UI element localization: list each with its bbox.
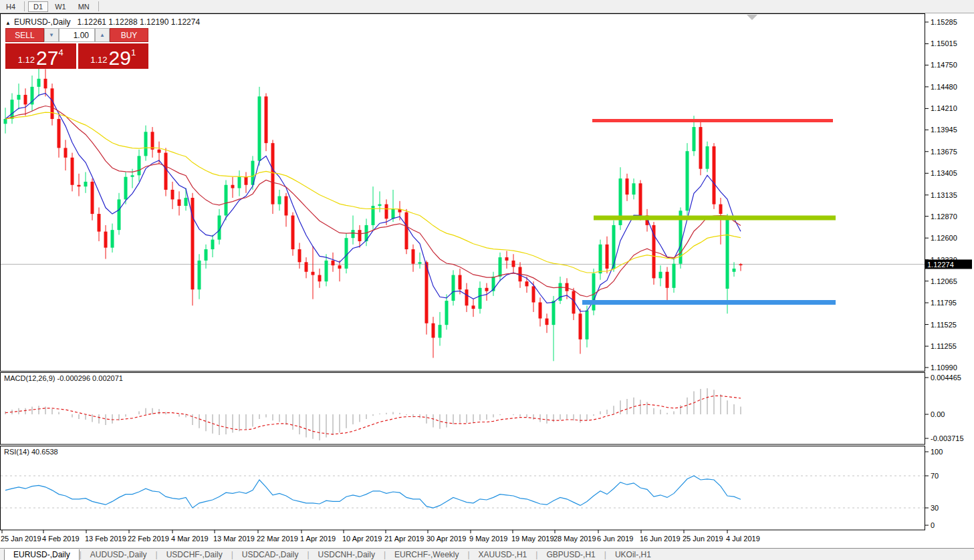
candle-body: [626, 178, 629, 194]
candle-body: [432, 323, 435, 338]
price-axis-label: 1.12600: [931, 234, 957, 242]
candle-body: [358, 230, 362, 241]
price-axis-label: 1.12065: [931, 277, 957, 285]
price-axis-label: 1.11255: [931, 342, 957, 350]
buy-button[interactable]: BUY: [110, 28, 148, 42]
candle-body: [505, 257, 509, 261]
candle-body: [719, 204, 723, 214]
date-axis-label: 21 Apr 2019: [384, 535, 424, 543]
date-axis-label: 30 Apr 2019: [427, 535, 466, 543]
candle-body: [512, 261, 515, 267]
candle-body: [78, 185, 81, 186]
price-axis-label: 1.11525: [931, 321, 957, 329]
tab-ukoil-h1[interactable]: UKOil-,H1: [606, 549, 660, 560]
volume-increase-button[interactable]: ▲: [95, 28, 110, 42]
candle-body: [673, 264, 676, 288]
candle-body: [205, 249, 208, 261]
date-axis-label: 4 Mar 2019: [171, 535, 209, 543]
tab-usdcad-daily[interactable]: USDCAD-,Daily: [233, 549, 308, 560]
macd-signal-value: 0.002071: [92, 374, 123, 382]
candle-body: [325, 261, 328, 281]
date-axis-label: 25 Jan 2019: [1, 535, 41, 543]
rsi-axis-label: 30: [931, 504, 939, 512]
tab-eurusd-daily[interactable]: EURUSD-,Daily: [4, 549, 80, 560]
volume-input[interactable]: [59, 28, 95, 42]
candle-body: [545, 319, 549, 325]
tab-eurchf-weekly[interactable]: EURCHF-,Weekly: [386, 549, 467, 560]
candle-body: [532, 286, 535, 302]
candle-body: [11, 100, 14, 119]
candle-body: [258, 96, 261, 160]
one-click-trade-panel: SELL ▼ ▲ BUY 1.12 27 4 1.12 29 1: [5, 28, 148, 69]
price-axis-label: 1.12870: [931, 213, 957, 221]
candle-body: [211, 240, 215, 249]
candle-body: [84, 182, 88, 186]
price-axis-label: 1.14480: [931, 83, 957, 91]
sell-price-box[interactable]: 1.12 27 4: [5, 43, 76, 69]
date-axis-label: 4 Jul 2019: [726, 535, 760, 543]
candle-body: [278, 196, 281, 204]
autoscroll-marker-icon: [747, 15, 757, 20]
candle-body: [71, 158, 74, 185]
tab-audusd-daily[interactable]: AUDUSD-,Daily: [82, 549, 156, 560]
price-axis-label: 1.14750: [931, 61, 957, 69]
buy-price-box[interactable]: 1.12 29 1: [78, 43, 149, 69]
candle-body: [485, 288, 489, 291]
candle-body: [352, 230, 355, 238]
macd-name: MACD(12,26,9): [4, 374, 55, 382]
candle-body: [231, 185, 235, 188]
candle-body: [271, 143, 275, 204]
volume-decrease-button[interactable]: ▼: [44, 28, 59, 42]
candle-body: [459, 275, 462, 290]
candle-body: [733, 269, 736, 272]
candle-body: [659, 272, 662, 279]
rsi-axis-label: 0: [931, 521, 935, 529]
candle-body: [479, 288, 482, 309]
candle-body: [405, 213, 408, 249]
tab-gbpusd-h1[interactable]: GBPUSD-,H1: [537, 549, 604, 560]
tab-xauusd-h1[interactable]: XAUUSD-,H1: [470, 549, 536, 560]
candle-body: [178, 199, 181, 206]
date-axis-label: 28 May 2019: [554, 535, 596, 543]
candle-body: [699, 127, 703, 169]
chart-symbol-label: EURUSD-,Daily: [14, 17, 71, 27]
date-axis-label: 9 May 2019: [469, 535, 507, 543]
candle-body: [592, 273, 596, 310]
candle-body: [639, 183, 642, 215]
candle-body: [17, 95, 21, 100]
candle-body: [91, 182, 94, 214]
candle-body: [225, 185, 228, 216]
candle-body: [439, 325, 442, 337]
candle-body: [525, 281, 529, 286]
candle-body: [98, 214, 101, 231]
date-axis-label: 22 Feb 2019: [128, 535, 169, 543]
date-axis-label: 13 Mar 2019: [213, 535, 255, 543]
macd-label: MACD(12,26,9) -0.000296 0.002071: [4, 374, 123, 382]
tab-usdcnh-daily[interactable]: USDCNH-,Daily: [310, 549, 384, 560]
buy-price-digits: 29: [109, 49, 131, 67]
macd-axis-label: 0.004465: [931, 374, 961, 382]
macd-main-value: -0.000296: [57, 374, 90, 382]
chart-canvas[interactable]: 1.152851.150151.147501.144801.142101.139…: [0, 0, 974, 560]
candle-body: [539, 302, 542, 318]
sell-button[interactable]: SELL: [5, 28, 44, 42]
candle-body: [566, 283, 569, 291]
candle-body: [378, 204, 382, 206]
candle-body: [445, 301, 449, 325]
candle-body: [693, 127, 696, 151]
sell-price-digits: 27: [36, 49, 58, 67]
date-axis-label: 22 Mar 2019: [257, 535, 298, 543]
price-axis-label: 1.13405: [931, 169, 957, 177]
candle-body: [332, 261, 335, 265]
collapse-panel-icon[interactable]: ▲: [5, 20, 11, 26]
candle-body: [345, 238, 348, 269]
candle-body: [44, 79, 47, 88]
candle-body: [606, 245, 609, 269]
macd-axis-label: -0.003715: [931, 434, 964, 442]
sell-price-prefix: 1.12: [18, 55, 35, 65]
rsi-name: RSI(14): [4, 448, 29, 456]
macd-pane-border: [1, 373, 925, 445]
tab-usdchf-daily[interactable]: USDCHF-,Daily: [158, 549, 231, 560]
date-axis-label: 1 Apr 2019: [300, 535, 336, 543]
price-axis-label: 1.15285: [931, 18, 957, 26]
